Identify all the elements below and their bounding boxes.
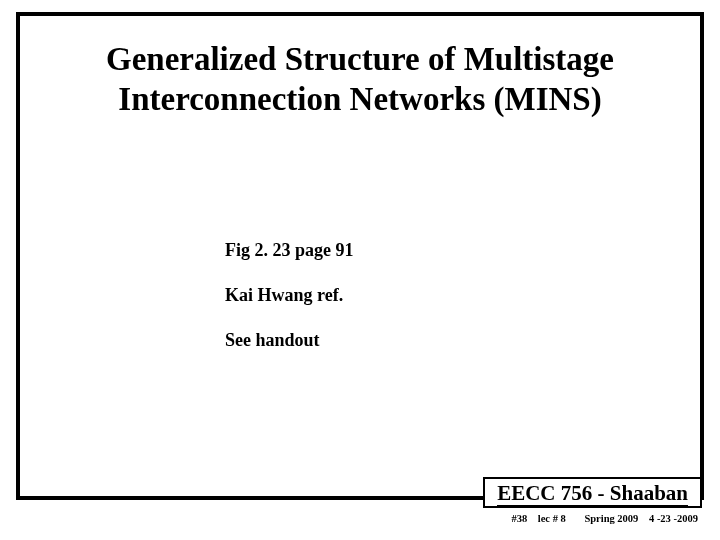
slide: Generalized Structure of Multistage Inte… bbox=[0, 0, 720, 540]
title-line-2: Interconnection Networks (MINS) bbox=[60, 80, 660, 120]
course-footer-box: EECC 756 - Shaaban bbox=[483, 477, 702, 508]
figure-reference: Fig 2. 23 page 91 bbox=[225, 240, 354, 261]
slide-body: Fig 2. 23 page 91 Kai Hwang ref. See han… bbox=[225, 240, 354, 375]
handout-note: See handout bbox=[225, 330, 354, 351]
title-line-1: Generalized Structure of Multistage bbox=[60, 40, 660, 80]
slide-number: #38 bbox=[511, 513, 527, 524]
date-label: 4 -23 -2009 bbox=[649, 513, 698, 524]
footer-line: #38 lec # 8 Spring 2009 4 -23 -2009 bbox=[511, 513, 698, 524]
author-reference: Kai Hwang ref. bbox=[225, 285, 354, 306]
term-label: Spring 2009 bbox=[584, 513, 638, 524]
course-label: EECC 756 - Shaaban bbox=[497, 481, 688, 506]
lecture-number: lec # 8 bbox=[538, 513, 566, 524]
slide-title: Generalized Structure of Multistage Inte… bbox=[60, 40, 660, 119]
